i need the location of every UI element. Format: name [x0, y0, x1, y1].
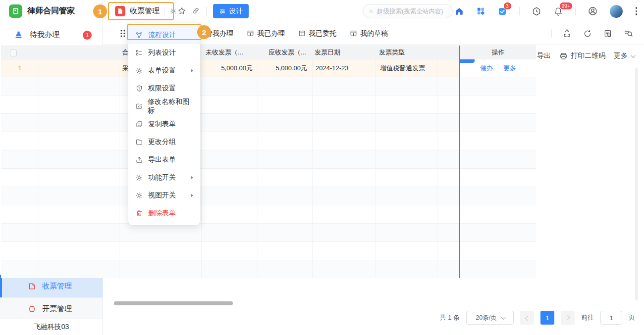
menu-item-flow-design[interactable]: 流程设计	[128, 26, 200, 44]
advanced-filter-icon[interactable]	[624, 29, 633, 38]
fixed-column-divider[interactable]	[459, 46, 460, 278]
menu-item-change-group[interactable]: 更改分组	[128, 133, 200, 151]
recycle-bin-icon[interactable]	[562, 29, 572, 38]
form-external-link-icon[interactable]	[603, 29, 612, 38]
sliders-icon	[219, 8, 226, 15]
menu-item-export-form[interactable]: 导出表单	[128, 151, 200, 169]
design-button[interactable]: 设计	[213, 4, 249, 18]
approval-center-icon[interactable]	[532, 6, 541, 16]
view-tabs: 待我办理 我已办理 我已委托 我的草稿	[195, 22, 401, 45]
edit-pencil-icon	[135, 102, 143, 110]
cell-unreceived: 5,000.00元	[201, 59, 253, 77]
invoice-table: 合同名称 未收发票（... 应收发票（... 发票日期 发票类型 操作 1 采购…	[1, 46, 536, 278]
form-doc-icon	[115, 6, 125, 16]
submenu-arrow-icon	[191, 193, 193, 197]
favorite-star-icon[interactable]	[177, 6, 186, 15]
chevron-down-icon	[631, 53, 636, 58]
global-search-box[interactable]	[363, 4, 453, 18]
next-page-button[interactable]	[561, 311, 575, 325]
annotation-step-2: 2	[197, 25, 211, 39]
app-window: 律师合同管家 待我办理 1 我挂起的 我已办理 我发起的 知会我的 数据概览	[0, 0, 644, 335]
more-actions-button[interactable]: 更多	[614, 51, 634, 60]
copy-icon	[135, 120, 143, 128]
sidebar-subitem-issue-invoice[interactable]: 开票管理	[0, 297, 103, 320]
col-actions: 操作	[460, 46, 536, 59]
menu-item-label: 修改名称和图标	[148, 97, 193, 115]
annotation-step-1: 1	[93, 4, 107, 18]
page-size-select[interactable]: 20条/页	[466, 311, 514, 325]
menu-item-rename-icon[interactable]: 修改名称和图标	[128, 97, 200, 115]
upload-icon	[135, 156, 143, 164]
menu-item-delete-form[interactable]: 删除表单	[128, 204, 200, 222]
table-row[interactable]: 1 采购 5,000.00元 5,000.00元 2024-12-23 增值税普…	[1, 59, 536, 77]
home-icon[interactable]	[454, 6, 464, 16]
divider	[551, 29, 552, 38]
menu-item-label: 流程设计	[148, 31, 176, 40]
seal-icon	[28, 305, 36, 313]
vertical-scrollbar[interactable]	[635, 68, 638, 300]
refresh-icon[interactable]	[583, 29, 592, 38]
form-settings-gear-icon[interactable]	[169, 7, 177, 15]
tab-drafts[interactable]: 我的草稿	[350, 29, 388, 38]
table-header-row: 合同名称 未收发票（... 应收发票（... 发票日期 发票类型 操作	[1, 46, 536, 59]
divider	[575, 7, 576, 15]
prev-page-button[interactable]	[520, 311, 534, 325]
drag-handle-icon[interactable]	[120, 29, 126, 38]
more-menu-kebab-icon[interactable]	[635, 6, 639, 16]
print-qrcode-label: 打印二维码	[571, 51, 605, 60]
page-size-value: 20条/页	[476, 314, 496, 322]
col-receivable[interactable]: 应收发票（...	[268, 46, 306, 59]
more-action-link[interactable]: 更多	[503, 64, 516, 73]
notifications-bell-icon[interactable]: 99+	[553, 6, 563, 16]
menu-item-label: 导出表单	[148, 155, 176, 164]
support-headset-icon[interactable]	[588, 6, 598, 16]
current-page-button[interactable]: 1	[540, 311, 554, 325]
col-invoice-type[interactable]: 发票类型	[379, 46, 405, 59]
more-label: 更多	[614, 51, 628, 60]
todo-count-badge: 1	[83, 31, 92, 40]
svg-text:?: ?	[138, 87, 140, 90]
global-search-input[interactable]	[377, 8, 446, 15]
top-bar: 收票管理 设计	[103, 0, 644, 22]
menu-item-form-settings[interactable]: 表单设置	[128, 62, 200, 80]
tasks-count-badge: 3	[503, 2, 512, 10]
sidebar-item-todo[interactable]: 待我办理 1	[0, 22, 103, 48]
top-icon-group: 3 99+	[454, 0, 639, 22]
goto-page-input[interactable]	[600, 311, 622, 325]
menu-item-list-design[interactable]: 列表设计	[128, 44, 200, 62]
notifications-count-badge: 99+	[559, 2, 573, 10]
print-qrcode-button[interactable]: 打印二维码	[559, 51, 605, 60]
select-all-checkbox[interactable]	[10, 49, 17, 56]
design-button-label: 设计	[229, 7, 243, 16]
menu-item-label: 列表设计	[148, 48, 176, 57]
urge-action-link[interactable]: 催办	[480, 64, 493, 73]
current-form-chip[interactable]: 收票管理	[113, 4, 179, 18]
share-link-icon[interactable]	[192, 6, 200, 15]
gear-icon	[135, 67, 143, 75]
col-unreceived[interactable]: 未收发票（...	[206, 46, 243, 59]
form-context-menu: 流程设计 列表设计 表单设置 ? 权限设置 修改名称和图标 复制表单 更改分组	[128, 23, 200, 225]
cell-invoice-date: 2024-12-23	[316, 59, 349, 77]
apps-grid-icon[interactable]	[476, 6, 485, 16]
cell-invoice-type: 增值税普通发票	[380, 59, 425, 77]
company-name[interactable]: 飞融科技03	[0, 319, 103, 335]
form-title: 收票管理	[130, 6, 160, 16]
divider	[164, 7, 164, 15]
gear-icon	[135, 191, 143, 199]
chevron-down-icon	[501, 315, 506, 320]
menu-item-feature-toggle[interactable]: 功能开关	[128, 169, 200, 187]
col-invoice-date[interactable]: 发票日期	[315, 46, 340, 59]
horizontal-scrollbar[interactable]	[114, 301, 233, 305]
menu-item-copy-form[interactable]: 复制表单	[128, 115, 200, 133]
shield-question-icon: ?	[135, 85, 143, 93]
menu-item-label: 复制表单	[148, 120, 176, 129]
tab-done[interactable]: 我已办理	[247, 29, 285, 38]
menu-item-view-toggle[interactable]: 视图开关	[128, 187, 200, 204]
trash-icon	[135, 209, 143, 217]
tab-delegated[interactable]: 我已委托	[298, 29, 336, 38]
tasks-icon[interactable]: 3	[497, 6, 507, 16]
menu-item-permission-settings[interactable]: ? 权限设置	[128, 80, 200, 97]
pagination: 共 1 条 20条/页 1 前往 页	[440, 311, 635, 325]
user-avatar[interactable]	[610, 5, 623, 18]
menu-item-label: 更改分组	[148, 138, 176, 146]
